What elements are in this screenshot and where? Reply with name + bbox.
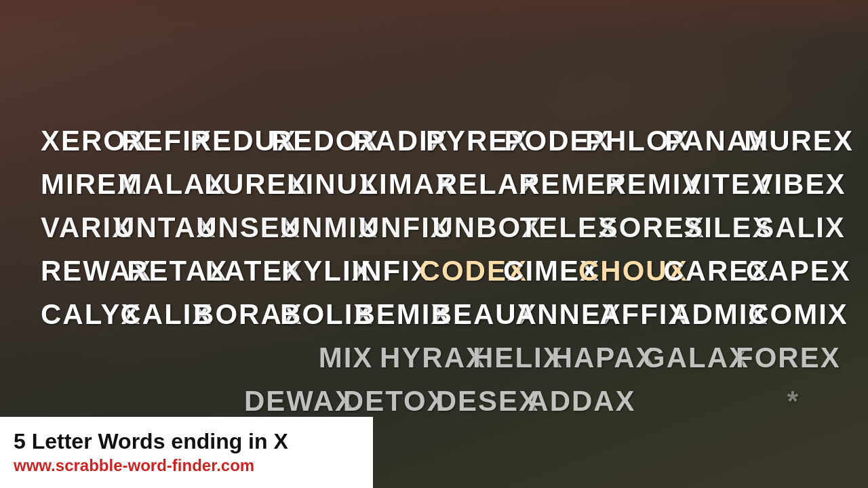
word-CAPEX: CAPEX <box>746 255 827 287</box>
word-REDUX: REDUX <box>191 125 271 157</box>
word-TELEX: TELEX <box>520 211 599 244</box>
word-RETAX: RETAX <box>127 255 205 287</box>
word-empty-4 <box>244 342 312 374</box>
word-LINUX: LINUX <box>287 168 361 201</box>
word-GALAX: GALAX <box>643 342 736 374</box>
word-VARIX: VARIX <box>41 211 114 244</box>
word-BOLIX: BOLIX <box>280 298 354 331</box>
word-LIMAX: LIMAX <box>360 168 436 201</box>
word-empty-1 <box>41 342 108 374</box>
word-UNMIX: UNMIX <box>280 211 359 244</box>
word-SILEX: SILEX <box>684 211 755 244</box>
word-BEAUX: BEAUX <box>431 298 515 331</box>
word-RADIX: RADIX <box>353 125 426 157</box>
word-row-5: CALYX CALIX BORAX BOLIX BEMIX BEAUX ANNE… <box>41 296 827 333</box>
word-row-7: DEWAX DETOX DESEX ADDAX * <box>41 382 827 420</box>
word-asterisk: * <box>760 385 827 418</box>
word-REMEX: REMEX <box>519 168 605 201</box>
word-LATEX: LATEX <box>205 255 281 287</box>
word-AFFIX: AFFIX <box>599 298 670 331</box>
word-INFIX: INFIX <box>352 255 420 287</box>
word-empty-6 <box>108 385 176 418</box>
word-DEWAX: DEWAX <box>244 385 343 418</box>
word-CIMEX: CIMEX <box>503 255 578 287</box>
words-container: XEROX REFIX REDUX REDOX RADIX PYREX PODE… <box>0 122 868 426</box>
word-PHLOX: PHLOX <box>585 125 665 157</box>
word-COMIX: COMIX <box>748 298 827 331</box>
top-bar <box>0 0 868 41</box>
word-empty-3 <box>176 342 244 374</box>
word-VITEX: VITEX <box>683 168 754 201</box>
word-empty-5 <box>41 385 108 418</box>
word-UNBOX: UNBOX <box>432 211 519 244</box>
word-VIBEX: VIBEX <box>753 168 827 201</box>
word-KYLIX: KYLIX <box>281 255 352 287</box>
bottom-title: 5 Letter Words ending in X <box>14 430 359 453</box>
word-CODEX: CODEX <box>420 255 504 287</box>
word-MALAX: MALAX <box>118 168 204 201</box>
word-HAPAX: HAPAX <box>552 342 643 374</box>
word-ADDAX: ADDAX <box>528 385 624 418</box>
word-PYREX: PYREX <box>426 125 505 157</box>
word-XEROX: XEROX <box>41 125 121 157</box>
word-CALIX: CALIX <box>121 298 194 331</box>
word-PODEX: PODEX <box>505 125 585 157</box>
word-ANNEX: ANNEX <box>515 298 599 331</box>
word-empty-9 <box>692 385 760 418</box>
word-ADMIX: ADMIX <box>670 298 748 331</box>
word-row-6: MIX HYRAX HELIX HAPAX GALAX FOREX <box>41 339 827 377</box>
word-CAREX: CAREX <box>663 255 746 287</box>
bottom-bar: 5 Letter Words ending in X www.scrabble-… <box>0 417 373 488</box>
word-BORAX: BORAX <box>193 298 280 331</box>
word-row-1: XEROX REFIX REDUX REDOX RADIX PYREX PODE… <box>41 122 827 160</box>
bottom-url: www.scrabble-word-finder.com <box>14 456 359 475</box>
word-row-2: MIREX MALAX LUREX LINUX LIMAX RELAX REME… <box>41 165 827 203</box>
word-UNFIX: UNFIX <box>359 211 433 244</box>
word-MIX: MIX <box>312 342 380 374</box>
word-BEMIX: BEMIX <box>355 298 431 331</box>
word-PANAX: PANAX <box>665 125 744 157</box>
word-DETOX: DETOX <box>343 385 436 418</box>
word-empty-8 <box>624 385 692 418</box>
word-DESEX: DESEX <box>436 385 528 418</box>
word-CALYX: CALYX <box>41 298 121 331</box>
word-MUREX: MUREX <box>744 125 827 157</box>
word-REDOX: REDOX <box>271 125 353 157</box>
word-UNSEX: UNSEX <box>196 211 280 244</box>
word-HELIX: HELIX <box>473 342 552 374</box>
word-MIREX: MIREX <box>41 168 118 201</box>
word-row-3: VARIX UNTAX UNSEX UNMIX UNFIX UNBOX TELE… <box>41 209 827 247</box>
word-LUREX: LUREX <box>204 168 287 201</box>
word-SALIX: SALIX <box>755 211 827 244</box>
word-RELAX: RELAX <box>437 168 519 201</box>
word-CHOUX: CHOUX <box>578 255 663 287</box>
word-REMIX: REMIX <box>605 168 682 201</box>
word-HYRAX: HYRAX <box>380 342 473 374</box>
word-SOREX: SOREX <box>599 211 684 244</box>
word-UNTAX: UNTAX <box>114 211 196 244</box>
word-empty-7 <box>176 385 244 418</box>
word-FOREX: FOREX <box>736 342 827 374</box>
word-row-4: REWAX RETAX LATEX KYLIX INFIX CODEX CIME… <box>41 252 827 290</box>
word-empty-2 <box>108 342 176 374</box>
word-REWAX: REWAX <box>41 255 127 287</box>
word-REFIX: REFIX <box>121 125 191 157</box>
